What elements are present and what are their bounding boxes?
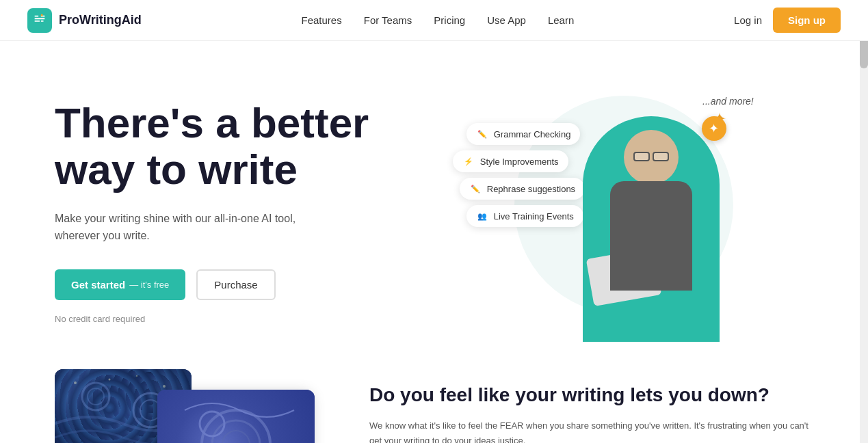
logo-link[interactable]: ProWritingAid — [27, 8, 142, 33]
grammar-icon: ✏️ — [476, 128, 488, 140]
svg-point-1 — [82, 383, 109, 410]
hero-title-line2: way to write — [55, 146, 298, 193]
training-label: Live Training Events — [494, 211, 574, 222]
lower-section: My idea in my head Do you feel like your… — [0, 369, 868, 443]
scrollbar[interactable] — [860, 0, 868, 443]
feature-pill-style: ⚡ Style Improvements — [453, 150, 568, 172]
feature-pill-rephrase: ✏️ Rephrase suggestions — [460, 178, 585, 200]
svg-point-2 — [88, 388, 104, 405]
hero-illustration: ✏️ Grammar Checking ⚡ Style Improvements… — [480, 82, 767, 328]
nav-item-features[interactable]: Features — [302, 14, 342, 26]
nav-item-pricing[interactable]: Pricing — [434, 14, 465, 26]
logo-icon — [27, 8, 52, 33]
lower-heading-text: Do you feel like your writing lets you d… — [369, 384, 770, 405]
free-label: — it's free — [129, 280, 169, 290]
purchase-button[interactable]: Purchase — [196, 269, 275, 300]
person-body — [610, 181, 692, 291]
svg-point-10 — [212, 420, 260, 443]
nav-item-use-app[interactable]: Use App — [487, 14, 526, 26]
style-label: Style Improvements — [480, 157, 559, 167]
spiral-card: My idea in my head — [157, 390, 315, 443]
glasses — [631, 152, 672, 161]
svg-point-11 — [222, 431, 250, 443]
hero-left: There's a better way to write Make your … — [55, 100, 434, 324]
feature-pill-training: 👥 Live Training Events — [466, 205, 583, 227]
feature-pill-grammar: ✏️ Grammar Checking — [466, 123, 581, 145]
hero-right: ✏️ Grammar Checking ⚡ Style Improvements… — [434, 82, 814, 342]
svg-point-5 — [74, 381, 77, 384]
lower-text: Do you feel like your writing lets you d… — [369, 369, 813, 443]
svg-point-6 — [109, 379, 111, 381]
svg-point-7 — [163, 385, 166, 388]
more-text: ...and more! — [702, 96, 754, 107]
logo-svg — [32, 13, 47, 28]
brand-name: ProWritingAid — [59, 13, 142, 27]
hero-title: There's a better way to write — [55, 100, 434, 193]
lower-desc: We know what it's like to feel the FEAR … — [369, 418, 813, 443]
person-head — [624, 130, 679, 185]
person-figure — [583, 116, 720, 342]
navbar: ProWritingAid Features For Teams Pricing… — [0, 0, 868, 41]
svg-point-8 — [136, 375, 137, 377]
get-started-label: Get started — [71, 279, 125, 291]
rephrase-icon: ✏️ — [469, 183, 482, 195]
nav-links: Features For Teams Pricing Use App Learn — [302, 14, 575, 27]
get-started-button[interactable]: Get started — it's free — [55, 269, 185, 300]
grammar-label: Grammar Checking — [494, 129, 571, 139]
style-icon: ⚡ — [462, 155, 475, 167]
hero-title-line1: There's a better — [55, 99, 369, 146]
badge-star: ✦ — [702, 116, 726, 141]
svg-rect-0 — [41, 14, 43, 16]
hero-buttons: Get started — it's free Purchase — [55, 269, 434, 300]
hero-subtitle: Make your writing shine with our all-in-… — [55, 210, 328, 245]
spiral-bg: My idea in my head — [157, 390, 315, 443]
nav-item-for-teams[interactable]: For Teams — [364, 14, 412, 26]
login-button[interactable]: Log in — [734, 14, 762, 26]
spiral-svg — [157, 390, 315, 443]
signup-button[interactable]: Sign up — [773, 8, 841, 33]
nav-actions: Log in Sign up — [734, 8, 841, 33]
lower-images: My idea in my head — [55, 369, 315, 443]
lower-heading: Do you feel like your writing lets you d… — [369, 383, 813, 407]
hero-section: There's a better way to write Make your … — [0, 41, 868, 369]
nav-item-learn[interactable]: Learn — [548, 14, 574, 26]
no-credit-text: No credit card required — [55, 314, 434, 324]
svg-point-12 — [200, 412, 224, 436]
training-icon: 👥 — [476, 210, 488, 222]
rephrase-label: Rephrase suggestions — [487, 184, 575, 194]
